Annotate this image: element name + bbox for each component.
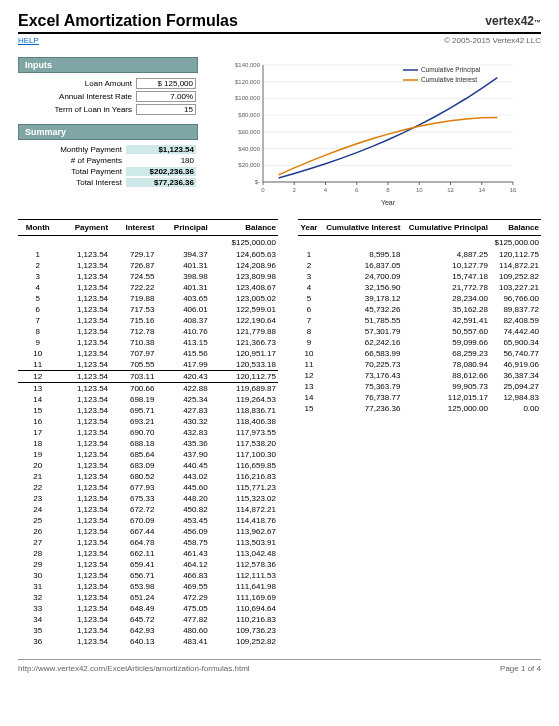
chart-svg: $-$20,000$40,000$60,000$80,000$100,000$1… (218, 57, 518, 207)
svg-text:$-: $- (255, 179, 260, 185)
chart-panel: $-$20,000$40,000$60,000$80,000$100,000$1… (218, 57, 541, 207)
yearly-th: Cumulative Interest (320, 220, 402, 236)
svg-text:Year: Year (381, 199, 396, 206)
table-row: 361,123.54640.13483.41109,252.82 (18, 636, 278, 647)
total-payment-row: Total Payment $202,236.36 (18, 166, 198, 177)
chart: $-$20,000$40,000$60,000$80,000$100,000$1… (218, 57, 541, 207)
table-row: 432,156.9021,772.78103,227.21 (298, 282, 541, 293)
table-row: 231,123.54675.33448.20115,323.02 (18, 493, 278, 504)
table-row: 751,785.5542,591.4182,408.59 (298, 315, 541, 326)
table-row: 1066,583.9968,259.2356,740.77 (298, 348, 541, 359)
table-row: 201,123.54683.09440.45116,659.85 (18, 460, 278, 471)
table-row: 1476,738.77112,015.1712,984.83 (298, 392, 541, 403)
page-title: Excel Amortization Formulas (18, 12, 238, 30)
table-row: 151,123.54695.71427.83118,836.71 (18, 405, 278, 416)
table-row: 171,123.54690.70432.83117,973.55 (18, 427, 278, 438)
term-value[interactable]: 15 (136, 104, 196, 115)
table-row: 331,123.54648.49475.05110,694.64 (18, 603, 278, 614)
total-payment-value: $202,236.36 (126, 167, 196, 176)
table-row: 291,123.54659.41464.12112,578.36 (18, 559, 278, 570)
svg-text:$120,000: $120,000 (235, 79, 261, 85)
yearly-table: YearCumulative InterestCumulative Princi… (298, 219, 541, 414)
table-row: 91,123.54710.38413.15121,366.73 (18, 337, 278, 348)
table-row: 121,123.54703.11420.43120,112.75 (18, 371, 278, 383)
svg-text:$140,000: $140,000 (235, 62, 261, 68)
term-row: Term of Loan in Years 15 (18, 103, 198, 116)
table-row: 216,837.0510,127.79114,872.21 (298, 260, 541, 271)
subheader: HELP © 2005-2015 Vertex42 LLC (18, 36, 541, 45)
table-row: 539,178.1228,234.0096,766.00 (298, 293, 541, 304)
table-row: 131,123.54700.66422.88119,689.87 (18, 383, 278, 395)
table-row: 301,123.54656.71466.83112,111.53 (18, 570, 278, 581)
svg-text:12: 12 (447, 187, 454, 193)
yearly-th: Year (298, 220, 320, 236)
table-row: 111,123.54705.55417.99120,533.18 (18, 359, 278, 371)
table-row: 351,123.54642.93480.60109,736.23 (18, 625, 278, 636)
rate-label: Annual Interest Rate (20, 92, 136, 101)
total-interest-label: Total Interest (20, 178, 126, 187)
svg-text:14: 14 (478, 187, 485, 193)
num-payments-label: # of Payments (20, 156, 126, 165)
table-row: 281,123.54662.11461.43113,042.48 (18, 548, 278, 559)
total-payment-label: Total Payment (20, 167, 126, 176)
logo: vertex42™ (485, 14, 541, 28)
tables-section: MonthPaymentInterestPrincipalBalance$125… (18, 219, 541, 647)
monthly-payment-row: Monthly Payment $1,123.54 (18, 144, 198, 155)
svg-text:8: 8 (386, 187, 390, 193)
table-row: 61,123.54717.53406.01122,599.01 (18, 304, 278, 315)
svg-text:$80,000: $80,000 (238, 112, 260, 118)
table-row: 71,123.54715.16408.37122,190.64 (18, 315, 278, 326)
loan-amount-value[interactable]: $ 125,000 (136, 78, 196, 89)
table-row: $125,000.00 (18, 236, 278, 250)
yearly-table-container: YearCumulative InterestCumulative Princi… (298, 219, 541, 647)
table-row: 1375,363.7999,905.7325,094.27 (298, 381, 541, 392)
left-panel: Inputs Loan Amount $ 125,000 Annual Inte… (18, 57, 198, 207)
table-row: $125,000.00 (298, 236, 541, 250)
table-row: 161,123.54693.21430.32118,406.38 (18, 416, 278, 427)
table-row: 857,301.7950,557.6074,442.40 (298, 326, 541, 337)
page: Excel Amortization Formulas vertex42™ HE… (0, 0, 559, 685)
rate-row: Annual Interest Rate 7.00% (18, 90, 198, 103)
top-section: Inputs Loan Amount $ 125,000 Annual Inte… (18, 57, 541, 207)
monthly-table: MonthPaymentInterestPrincipalBalance$125… (18, 219, 278, 647)
monthly-th: Balance (210, 220, 278, 236)
help-link[interactable]: HELP (18, 36, 39, 45)
footer: http://www.vertex42.com/ExcelArticles/am… (18, 659, 541, 673)
yearly-th: Balance (490, 220, 541, 236)
svg-text:$100,000: $100,000 (235, 95, 261, 101)
term-label: Term of Loan in Years (20, 105, 136, 114)
table-row: 324,700.0915,747.18109,252.82 (298, 271, 541, 282)
table-row: 962,242.1659,099.6665,900.34 (298, 337, 541, 348)
svg-text:0: 0 (261, 187, 265, 193)
svg-text:4: 4 (324, 187, 328, 193)
table-row: 321,123.54651.24472.29111,169.69 (18, 592, 278, 603)
loan-amount-label: Loan Amount (20, 79, 136, 88)
table-row: 51,123.54719.88403.65123,005.02 (18, 293, 278, 304)
table-row: 1170,225.7378,080.9446,919.06 (298, 359, 541, 370)
table-row: 645,732.2635,162.2889,837.72 (298, 304, 541, 315)
svg-text:$60,000: $60,000 (238, 129, 260, 135)
svg-text:Cumulative Interest: Cumulative Interest (421, 76, 477, 83)
header: Excel Amortization Formulas vertex42™ (18, 12, 541, 34)
svg-text:16: 16 (510, 187, 517, 193)
table-row: 81,123.54712.78410.76121,779.88 (18, 326, 278, 337)
svg-text:Cumulative Principal: Cumulative Principal (421, 66, 481, 74)
copyright: © 2005-2015 Vertex42 LLC (444, 36, 541, 45)
rate-value[interactable]: 7.00% (136, 91, 196, 102)
footer-url: http://www.vertex42.com/ExcelArticles/am… (18, 664, 250, 673)
table-row: 141,123.54698.19425.34119,264.53 (18, 394, 278, 405)
table-row: 221,123.54677.93445.60115,771.23 (18, 482, 278, 493)
svg-text:10: 10 (416, 187, 423, 193)
table-row: 31,123.54724.55398.98123,809.98 (18, 271, 278, 282)
table-row: 181,123.54688.18435.36117,538.20 (18, 438, 278, 449)
table-row: 21,123.54726.87401.31124,208.96 (18, 260, 278, 271)
footer-page: Page 1 of 4 (500, 664, 541, 673)
table-row: 191,123.54685.64437.90117,100.30 (18, 449, 278, 460)
loan-amount-row: Loan Amount $ 125,000 (18, 77, 198, 90)
table-row: 211,123.54680.52443.02116,216.83 (18, 471, 278, 482)
yearly-th: Cumulative Principal (402, 220, 490, 236)
svg-text:2: 2 (293, 187, 297, 193)
inputs-header: Inputs (18, 57, 198, 73)
monthly-th: Payment (57, 220, 110, 236)
table-row: 271,123.54664.78458.75113,503.91 (18, 537, 278, 548)
